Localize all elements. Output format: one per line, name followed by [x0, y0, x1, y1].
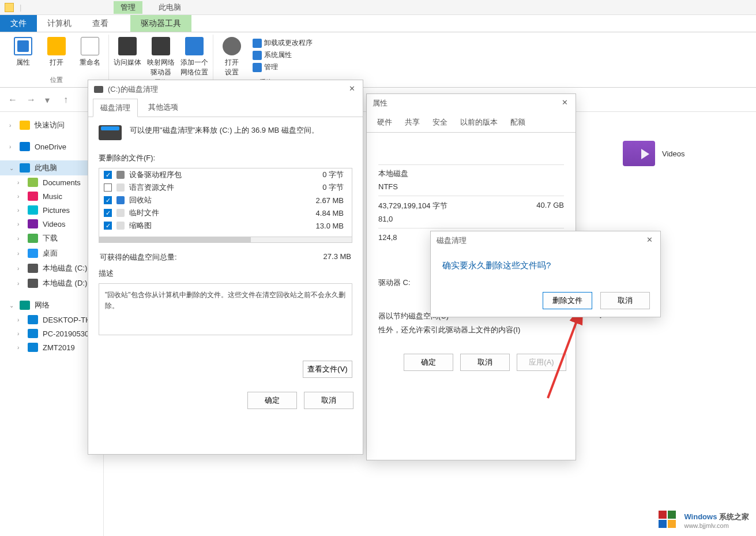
sidebar-item-label: Videos [43, 220, 66, 228]
videos-folder-label[interactable]: Videos [662, 149, 685, 158]
ribbon-open-settings[interactable]: 打开 设置 [217, 35, 247, 77]
videos-folder-icon[interactable] [623, 141, 655, 166]
sidebar-item-label: PC-20190530 [43, 329, 89, 338]
ribbon-rename[interactable]: 重命名 [75, 35, 105, 75]
ribbon-group-location-label: 位置 [50, 75, 63, 85]
dc-item-name: 临时文件 [129, 208, 296, 218]
checkbox-icon[interactable]: ✓ [104, 209, 112, 217]
prop-free-prefix: 81,0 [378, 215, 393, 223]
dc-view-files-button[interactable]: 查看文件(V) [303, 361, 352, 378]
confirm-delete-button[interactable]: 删除文件 [543, 292, 592, 309]
ribbon-open-label: 打开 [50, 58, 63, 68]
prop-tab-sharing[interactable]: 共享 [401, 113, 423, 132]
dc-desc-text: "回收站"包含你从计算机中删除的文件。这些文件在清空回收站之前不会永久删除。 [99, 283, 352, 335]
checkbox-icon[interactable]: ✓ [104, 171, 112, 179]
dc-item-size: 0 字节 [301, 182, 347, 193]
ribbon-properties[interactable]: 属性 [8, 35, 38, 75]
prop-tab-security[interactable]: 安全 [429, 113, 451, 132]
confirm-question: 确实要永久删除这些文件吗? [442, 260, 649, 271]
prop-tab-prev[interactable]: 以前的版本 [457, 113, 501, 132]
confirm-dialog: 磁盘清理 ✕ 确实要永久删除这些文件吗? 删除文件 取消 [430, 231, 661, 317]
ribbon-sys-props[interactable]: 系统属性 [253, 50, 313, 60]
sidebar-item-label: 本地磁盘 (C:) [43, 263, 87, 273]
title-breadcrumb: 此电脑 [159, 2, 181, 13]
dc-cancel-button[interactable]: 取消 [304, 392, 353, 409]
dc-row-temp[interactable]: ✓临时文件4.84 MB [99, 207, 352, 219]
checkbox-icon[interactable]: ✓ [104, 196, 112, 204]
sidebar-item-label: 快速访问 [35, 120, 65, 130]
nav-back[interactable]: ← [8, 95, 18, 105]
ribbon-add-location[interactable]: 添加一个 网络位置 [179, 35, 209, 77]
dc-tab-cleanup[interactable]: 磁盘清理 [93, 99, 138, 117]
separator-icon: | [20, 3, 21, 12]
disk-cleanup-close-icon[interactable]: ✕ [347, 84, 357, 95]
folder-icon [5, 3, 14, 12]
properties-title: 属性 [373, 98, 388, 108]
sidebar-item-label: Documents [43, 178, 81, 187]
prop-drive-label: 驱动器 C: [378, 278, 411, 288]
sidebar-item-label: 桌面 [43, 248, 58, 258]
ribbon-open[interactable]: 打开 [42, 35, 72, 75]
tab-drive-tools[interactable]: 驱动器工具 [130, 15, 191, 32]
sidebar-item-label: 本地磁盘 (D:) [43, 278, 87, 288]
dc-desc-label: 描述 [99, 268, 352, 279]
dc-files-to-delete-label: 要删除的文件(F): [99, 153, 352, 163]
watermark-url: www.bjjmlv.com [684, 522, 749, 529]
ribbon-access-media[interactable]: 访问媒体 [112, 35, 142, 77]
dc-item-name: 回收站 [129, 195, 296, 205]
dc-item-name: 设备驱动程序包 [129, 170, 296, 180]
nav-recent[interactable]: ▾ [45, 95, 55, 105]
dc-ok-button[interactable]: 确定 [247, 392, 297, 409]
prop-type-value: 本地磁盘 [378, 168, 408, 179]
file-icon [116, 171, 125, 179]
ribbon-map-drive[interactable]: 映射网络 驱动器 [146, 35, 176, 77]
dc-row-thumbs[interactable]: ✓缩略图13.0 MB [99, 219, 352, 232]
dc-drive-icon [99, 125, 122, 140]
dc-intro: 可以使用"磁盘清理"来释放 (C:) 上的 36.9 MB 磁盘空间。 [130, 125, 352, 136]
sidebar-item-label: 下载 [43, 233, 58, 243]
nav-up[interactable]: ↑ [63, 95, 74, 105]
tab-computer[interactable]: 计算机 [37, 15, 82, 32]
checkbox-icon[interactable]: ✓ [104, 222, 112, 230]
confirm-title: 磁盘清理 [437, 235, 467, 246]
prop-tab-hardware[interactable]: 硬件 [374, 113, 396, 132]
dc-total-label: 可获得的磁盘空间总量: [100, 252, 177, 263]
watermark-brand: Windows [684, 512, 717, 521]
dc-row-recycle[interactable]: ✓回收站2.67 MB [99, 194, 352, 207]
watermark: Windows 系统之家 www.bjjmlv.com [659, 511, 749, 530]
dc-row-lang[interactable]: 语言资源文件0 字节 [99, 181, 352, 194]
sidebar-item-label: Pictures [43, 206, 70, 215]
sidebar-item-label: ZMT2019 [43, 343, 75, 352]
nav-forward[interactable]: → [27, 95, 37, 105]
confirm-close-icon[interactable]: ✕ [644, 235, 655, 246]
dc-tab-other[interactable]: 其他选项 [141, 99, 185, 117]
dc-scrollbar[interactable] [99, 237, 352, 243]
ribbon-open-settings-label: 打开 设置 [225, 58, 239, 77]
prop-ok-button[interactable]: 确定 [404, 354, 453, 371]
file-icon [116, 222, 125, 230]
checkbox-icon[interactable] [104, 183, 112, 192]
prop-apply-button[interactable]: 应用(A) [517, 354, 566, 371]
confirm-cancel-button[interactable]: 取消 [600, 292, 650, 309]
prop-cancel-button[interactable]: 取消 [460, 354, 510, 371]
sidebar-item-label: 网络 [35, 300, 50, 310]
drive-icon [94, 86, 103, 93]
ribbon-properties-label: 属性 [16, 58, 30, 68]
dc-item-size: 0 字节 [301, 170, 347, 180]
properties-close-icon[interactable]: ✕ [559, 98, 570, 108]
tab-file[interactable]: 文件 [0, 15, 37, 32]
ribbon-access-media-label: 访问媒体 [114, 58, 141, 68]
disk-cleanup-title: (C:)的磁盘清理 [108, 84, 158, 95]
file-icon [116, 209, 125, 217]
prop-tab-quota[interactable]: 配额 [507, 113, 529, 132]
sidebar-item-label: OneDrive [35, 143, 66, 151]
tab-view[interactable]: 查看 [82, 15, 119, 32]
dc-total-value: 27.3 MB [324, 252, 351, 263]
dc-item-name: 语言资源文件 [129, 182, 296, 193]
dc-item-name: 缩略图 [129, 220, 296, 231]
ribbon-add-location-label: 添加一个 网络位置 [180, 58, 208, 77]
ribbon-manage[interactable]: 管理 [253, 62, 313, 72]
dc-row-drivers[interactable]: ✓设备驱动程序包0 字节 [99, 168, 352, 181]
ribbon-uninstall[interactable]: 卸载或更改程序 [253, 38, 313, 48]
dc-file-list[interactable]: ✓设备驱动程序包0 字节 语言资源文件0 字节 ✓回收站2.67 MB ✓临时文… [99, 168, 352, 237]
